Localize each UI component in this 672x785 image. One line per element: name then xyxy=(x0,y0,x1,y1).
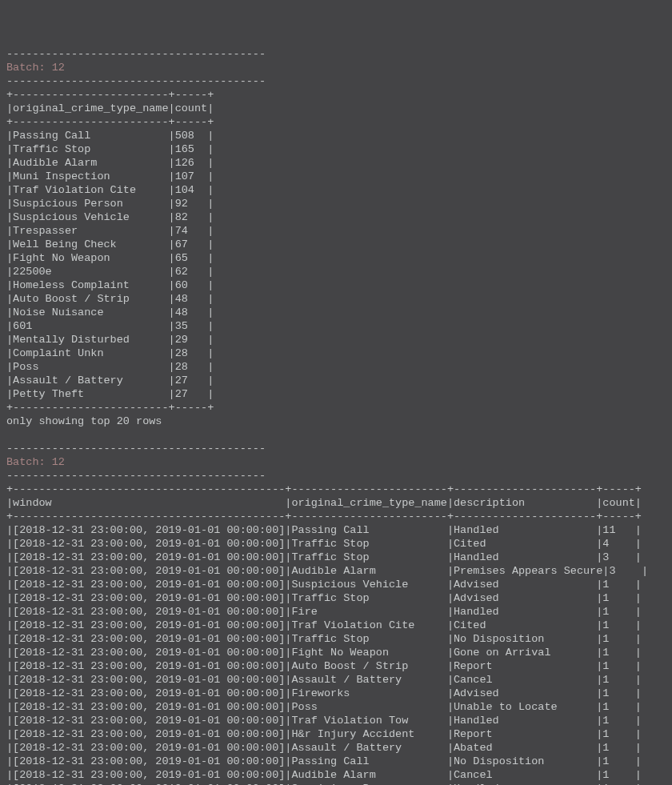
table-footer-1: only showing top 20 rows xyxy=(6,415,162,427)
batch-label-1: Batch: 12 xyxy=(6,62,65,74)
batch-label-2: Batch: 12 xyxy=(6,456,65,468)
separator-line: ---------------------------------------- xyxy=(6,48,266,60)
crime-count-table: +------------------------+-----+ |origin… xyxy=(6,89,214,414)
separator-line: ---------------------------------------- xyxy=(6,470,266,482)
crime-window-table: +---------------------------------------… xyxy=(6,483,648,785)
separator-line: ---------------------------------------- xyxy=(6,443,266,455)
separator-line: ---------------------------------------- xyxy=(6,75,266,87)
